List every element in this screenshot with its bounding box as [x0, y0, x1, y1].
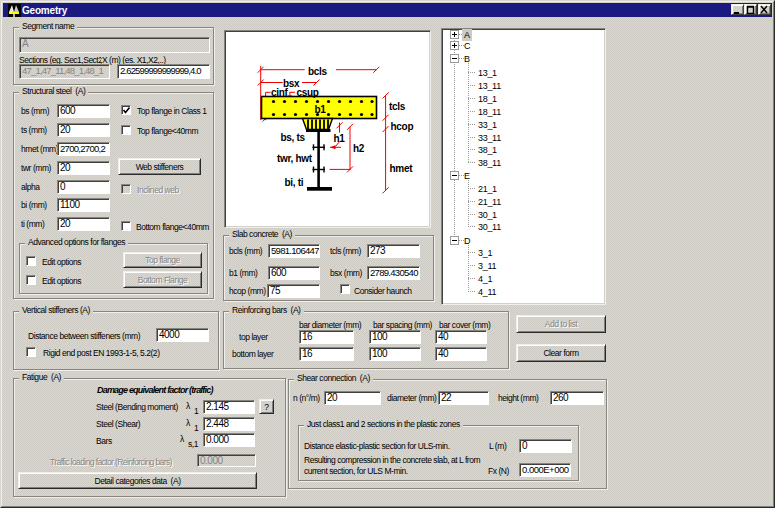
svg-text:cinf: cinf: [271, 87, 289, 98]
svg-text:bs, ts: bs, ts: [281, 132, 306, 143]
svg-text:hcop: hcop: [391, 121, 414, 132]
svg-text:h1: h1: [334, 133, 346, 144]
svg-text:bcls: bcls: [308, 66, 328, 77]
svg-text:hmet: hmet: [390, 163, 414, 174]
svg-text:b1: b1: [315, 104, 327, 115]
svg-text:twr, hwt: twr, hwt: [277, 153, 313, 164]
svg-text:tcls: tcls: [389, 101, 406, 112]
svg-text:bi, ti: bi, ti: [285, 177, 304, 188]
svg-text:csup: csup: [297, 87, 319, 98]
svg-text:h2: h2: [353, 143, 365, 154]
